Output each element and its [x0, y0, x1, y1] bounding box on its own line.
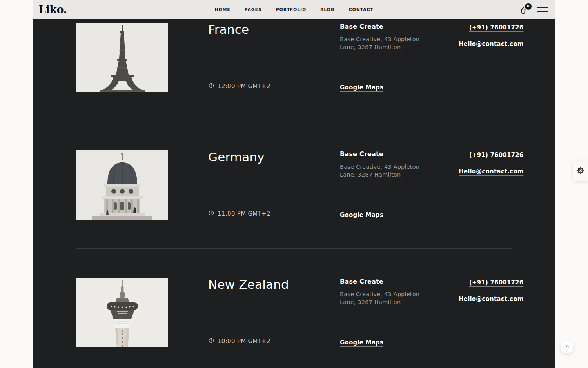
location-row: New Zealand 10:00 PM GMT+2 Base Create	[76, 278, 512, 347]
google-maps-link[interactable]: Google Maps	[340, 211, 383, 219]
locations-list: France 12:00 PM GMT+2 Base Create	[33, 19, 555, 368]
google-maps-link[interactable]: Google Maps	[340, 339, 383, 346]
clock-icon	[208, 337, 214, 345]
chevron-up-icon	[564, 344, 570, 350]
nav-item-home[interactable]: HOME	[214, 7, 230, 12]
nav-item-portfolio[interactable]: PORTFOLIO	[276, 7, 306, 12]
site-logo[interactable]: Liko.	[38, 4, 67, 15]
phone-link[interactable]: (+91) 76001726	[469, 279, 524, 286]
office-address: Base Creative, 43 Appleton Lane, 3287 Ha…	[340, 35, 459, 51]
country-title: New Zealand	[208, 278, 340, 292]
location-main-column: New Zealand 10:00 PM GMT+2	[208, 278, 340, 347]
office-name: Base Create	[340, 23, 459, 30]
country-title: France	[208, 23, 340, 37]
nav-item-blog[interactable]: BLOG	[320, 7, 335, 12]
gear-icon	[577, 167, 584, 176]
menu-hamburger-icon[interactable]	[537, 6, 548, 13]
clock-icon	[208, 82, 214, 90]
office-info-column: Base Create Base Creative, 43 Appleton L…	[340, 278, 459, 347]
nav-item-contact[interactable]: CONTACT	[349, 7, 374, 12]
scroll-to-top-button[interactable]	[561, 341, 573, 353]
location-row: France 12:00 PM GMT+2 Base Create	[76, 23, 512, 92]
country-title: Germany	[208, 150, 340, 164]
local-time-text: 11:00 PM GMT+2	[218, 210, 270, 217]
sky-tower-image	[76, 278, 168, 347]
location-main-column: France 12:00 PM GMT+2	[208, 23, 340, 92]
cart-button[interactable]: 0	[519, 5, 528, 15]
theme-settings-button[interactable]	[573, 161, 588, 181]
site-container: Liko. HOME PAGES PORTFOLIO BLOG CONTACT …	[33, 0, 555, 368]
office-info-column: Base Create Base Creative, 43 Appleton L…	[340, 23, 459, 92]
email-link[interactable]: Hello@contact.com	[459, 168, 523, 175]
location-row: Germany 11:00 PM GMT+2 Base Create	[76, 150, 512, 220]
local-time: 12:00 PM GMT+2	[208, 82, 340, 90]
location-section-new-zealand: New Zealand 10:00 PM GMT+2 Base Create	[76, 248, 512, 368]
contact-column: (+91) 76001726 Hello@contact.com	[459, 278, 523, 347]
local-time: 10:00 PM GMT+2	[208, 337, 340, 345]
main-navigation: HOME PAGES PORTFOLIO BLOG CONTACT	[214, 0, 373, 19]
contact-column: (+91) 76001726 Hello@contact.com	[459, 23, 523, 92]
email-link[interactable]: Hello@contact.com	[459, 40, 523, 47]
email-link[interactable]: Hello@contact.com	[459, 295, 523, 302]
office-address: Base Creative, 43 Appleton Lane, 3287 Ha…	[340, 163, 459, 179]
clock-icon	[208, 210, 214, 218]
nav-item-pages[interactable]: PAGES	[245, 7, 262, 12]
location-section-germany: Germany 11:00 PM GMT+2 Base Create	[76, 121, 512, 248]
local-time-text: 10:00 PM GMT+2	[218, 338, 270, 345]
location-main-column: Germany 11:00 PM GMT+2	[208, 150, 340, 220]
eiffel-tower-image	[76, 23, 168, 92]
office-info-column: Base Create Base Creative, 43 Appleton L…	[340, 150, 459, 220]
local-time: 11:00 PM GMT+2	[208, 210, 340, 218]
location-section-france: France 12:00 PM GMT+2 Base Create	[76, 23, 512, 121]
berlin-dome-image	[76, 150, 168, 220]
office-name: Base Create	[340, 150, 459, 158]
office-address: Base Creative, 43 Appleton Lane, 3287 Ha…	[340, 290, 459, 306]
office-name: Base Create	[340, 278, 459, 285]
contact-column: (+91) 76001726 Hello@contact.com	[459, 150, 523, 220]
local-time-text: 12:00 PM GMT+2	[218, 83, 270, 90]
site-header: Liko. HOME PAGES PORTFOLIO BLOG CONTACT …	[33, 0, 555, 19]
header-actions: 0	[519, 5, 548, 15]
phone-link[interactable]: (+91) 76001726	[469, 151, 524, 158]
cart-count-badge: 0	[525, 3, 532, 10]
google-maps-link[interactable]: Google Maps	[340, 84, 383, 91]
phone-link[interactable]: (+91) 76001726	[469, 24, 524, 31]
